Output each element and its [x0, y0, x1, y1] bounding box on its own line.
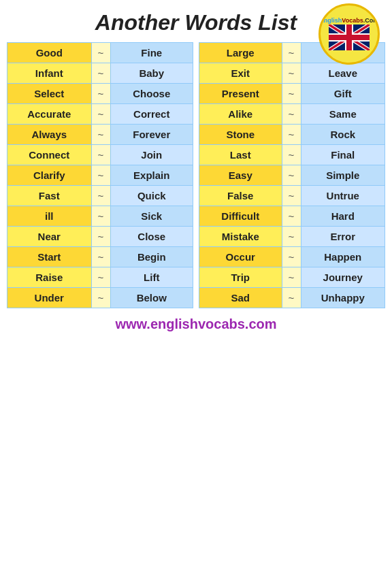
- table-row: Start ~ Begin: [7, 247, 193, 267]
- word-cell: Start: [7, 247, 92, 267]
- word-cell: Present: [199, 84, 282, 104]
- uk-flag: [329, 24, 370, 50]
- tilde-cell: ~: [91, 288, 110, 308]
- synonym-cell: Final: [301, 145, 385, 165]
- tilde-cell: ~: [91, 206, 110, 227]
- synonym-cell: Baby: [110, 63, 193, 84]
- word-cell: Near: [7, 227, 92, 247]
- word-cell: Last: [199, 145, 282, 165]
- left-table: Good ~ Fine Infant ~ Baby Select ~ Choos…: [7, 42, 193, 308]
- table-row: Fast ~ Quick: [7, 186, 193, 206]
- synonym-cell: Choose: [110, 84, 193, 104]
- word-cell: Trip: [199, 267, 282, 288]
- synonym-cell: Correct: [110, 104, 193, 125]
- tilde-cell: ~: [91, 227, 110, 247]
- word-cell: Under: [7, 288, 92, 308]
- word-cell: ill: [7, 206, 92, 227]
- synonym-cell: Join: [110, 145, 193, 165]
- synonym-cell: Explain: [110, 165, 193, 186]
- tilde-cell: ~: [282, 125, 301, 145]
- word-cell: Sad: [199, 288, 282, 308]
- tilde-cell: ~: [91, 43, 110, 63]
- synonym-cell: Quick: [110, 186, 193, 206]
- word-cell: Exit: [199, 63, 282, 84]
- tilde-cell: ~: [91, 186, 110, 206]
- table-row: Infant ~ Baby: [7, 63, 193, 84]
- table-row: Stone ~ Rock: [199, 125, 385, 145]
- tilde-cell: ~: [282, 247, 301, 267]
- table-row: Good ~ Fine: [7, 43, 193, 63]
- word-cell: Fast: [7, 186, 92, 206]
- header: Another Words List EnglishVocabs.Com: [7, 7, 385, 39]
- word-cell: Connect: [7, 145, 92, 165]
- table-row: Clarify ~ Explain: [7, 165, 193, 186]
- table-row: Raise ~ Lift: [7, 267, 193, 288]
- word-cell: Easy: [199, 165, 282, 186]
- table-row: Last ~ Final: [199, 145, 385, 165]
- right-table: Large ~ Big Exit ~ Leave Present ~ Gift …: [199, 42, 385, 308]
- tilde-cell: ~: [282, 165, 301, 186]
- footer-url[interactable]: www.englishvocabs.com: [115, 316, 276, 332]
- synonym-cell: Happen: [301, 247, 385, 267]
- synonym-cell: Forever: [110, 125, 193, 145]
- table-row: Easy ~ Simple: [199, 165, 385, 186]
- word-cell: Raise: [7, 267, 92, 288]
- synonym-cell: Begin: [110, 247, 193, 267]
- word-cell: Mistake: [199, 227, 282, 247]
- tilde-cell: ~: [91, 145, 110, 165]
- tilde-cell: ~: [282, 43, 301, 63]
- tilde-cell: ~: [91, 104, 110, 125]
- tilde-cell: ~: [91, 247, 110, 267]
- synonym-cell: Same: [301, 104, 385, 125]
- table-row: Accurate ~ Correct: [7, 104, 193, 125]
- word-cell: Alike: [199, 104, 282, 125]
- table-row: Difficult ~ Hard: [199, 206, 385, 227]
- tilde-cell: ~: [282, 84, 301, 104]
- synonym-cell: Below: [110, 288, 193, 308]
- tilde-cell: ~: [91, 125, 110, 145]
- table-row: Sad ~ Unhappy: [199, 288, 385, 308]
- synonym-cell: Lift: [110, 267, 193, 288]
- word-cell: Select: [7, 84, 92, 104]
- word-cell: Large: [199, 43, 282, 63]
- tilde-cell: ~: [91, 165, 110, 186]
- synonym-cell: Untrue: [301, 186, 385, 206]
- tilde-cell: ~: [282, 206, 301, 227]
- synonym-cell: Journey: [301, 267, 385, 288]
- tilde-cell: ~: [282, 267, 301, 288]
- word-cell: Accurate: [7, 104, 92, 125]
- tilde-cell: ~: [282, 186, 301, 206]
- table-row: False ~ Untrue: [199, 186, 385, 206]
- synonym-cell: Unhappy: [301, 288, 385, 308]
- tilde-cell: ~: [282, 145, 301, 165]
- table-row: Alike ~ Same: [199, 104, 385, 125]
- tables-container: Good ~ Fine Infant ~ Baby Select ~ Choos…: [7, 42, 385, 308]
- word-cell: Infant: [7, 63, 92, 84]
- word-cell: Clarify: [7, 165, 92, 186]
- word-cell: False: [199, 186, 282, 206]
- table-row: Select ~ Choose: [7, 84, 193, 104]
- tilde-cell: ~: [282, 288, 301, 308]
- word-cell: Always: [7, 125, 92, 145]
- table-row: Under ~ Below: [7, 288, 193, 308]
- table-row: Trip ~ Journey: [199, 267, 385, 288]
- tilde-cell: ~: [282, 227, 301, 247]
- word-cell: Good: [7, 43, 92, 63]
- table-row: Mistake ~ Error: [199, 227, 385, 247]
- word-cell: Stone: [199, 125, 282, 145]
- logo: EnglishVocabs.Com: [318, 3, 380, 65]
- logo-text: EnglishVocabs.Com: [320, 18, 378, 24]
- synonym-cell: Rock: [301, 125, 385, 145]
- table-row: Present ~ Gift: [199, 84, 385, 104]
- synonym-cell: Sick: [110, 206, 193, 227]
- table-row: ill ~ Sick: [7, 206, 193, 227]
- tilde-cell: ~: [91, 267, 110, 288]
- synonym-cell: Error: [301, 227, 385, 247]
- synonym-cell: Simple: [301, 165, 385, 186]
- synonym-cell: Close: [110, 227, 193, 247]
- word-cell: Occur: [199, 247, 282, 267]
- tilde-cell: ~: [282, 104, 301, 125]
- synonym-cell: Hard: [301, 206, 385, 227]
- table-row: Occur ~ Happen: [199, 247, 385, 267]
- table-row: Connect ~ Join: [7, 145, 193, 165]
